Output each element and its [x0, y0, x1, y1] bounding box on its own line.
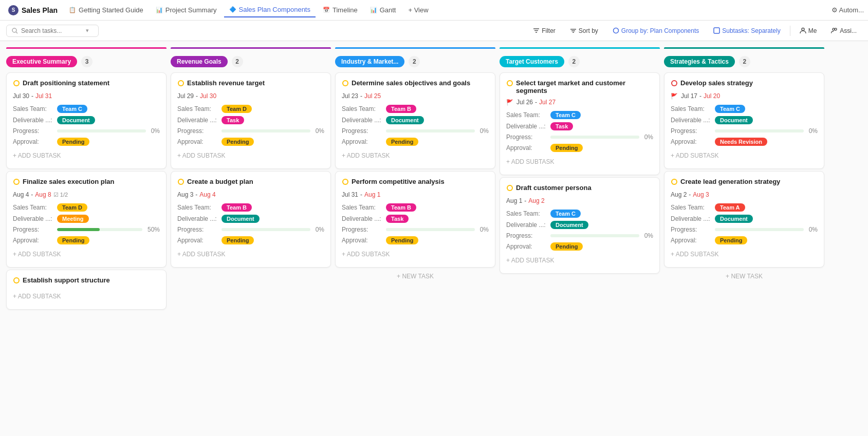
field-tag: Document [550, 221, 588, 229]
tab-icon: 📊 [370, 7, 377, 13]
progress-pct: 0% [480, 127, 489, 135]
tab-timeline[interactable]: 📅 Timeline [318, 3, 363, 17]
progress-row: Progress:0% [506, 134, 653, 141]
progress-pct: 0% [809, 127, 818, 135]
tab-label: Timeline [333, 6, 358, 14]
search-input[interactable] [21, 27, 83, 34]
assign-button[interactable]: Assi... [826, 25, 862, 36]
approval-tag: Pending [57, 138, 89, 146]
column-executive-summary: Executive Summary3Draft positioning stat… [4, 47, 169, 430]
add-subtask-button[interactable]: + ADD SUBTASK [342, 248, 489, 261]
task-card[interactable]: Select target market and customer segmen… [500, 72, 660, 175]
field-row: Sales Team:Team B [177, 203, 324, 212]
task-card[interactable]: Finalize sales execution planAug 4 - Aug… [6, 171, 167, 268]
app-title: Sales Plan [22, 6, 58, 14]
field-row: Deliverable ...:Document [671, 215, 818, 223]
field-label: Sales Team: [342, 105, 383, 112]
card-title-text: Establish support structure [23, 276, 110, 284]
progress-bar-bg [221, 228, 310, 231]
new-task-button[interactable]: + NEW TASK [335, 270, 495, 283]
sort-button[interactable]: Sort by [565, 25, 603, 36]
tab-label: Getting Started Guide [79, 6, 143, 14]
col-label: Strategies & Tactics [664, 56, 735, 67]
task-card[interactable]: Develop sales strategy🚩Jul 17 - Jul 20Sa… [664, 72, 824, 169]
card-title-text: Create a budget plan [187, 178, 253, 185]
add-subtask-button[interactable]: + ADD SUBTASK [506, 254, 653, 267]
task-card[interactable]: Draft customer personaAug 1 - Aug 2Sales… [500, 177, 660, 274]
task-card[interactable]: Perform competitive analysisJul 31 - Aug… [335, 171, 495, 268]
progress-label: Progress: [671, 127, 712, 135]
col-header: Revenue Goals2 [171, 53, 331, 72]
add-subtask-button[interactable]: + ADD SUBTASK [13, 248, 160, 261]
date-separator: - [195, 191, 197, 198]
subtasks-label: Subtasks: Separately [722, 27, 780, 34]
task-card[interactable]: Establish support structure+ ADD SUBTASK [6, 270, 167, 310]
field-label: Deliverable ...: [342, 215, 383, 222]
add-subtask-button[interactable]: + ADD SUBTASK [671, 149, 818, 162]
progress-label: Progress: [506, 232, 547, 239]
task-card[interactable]: Establish revenue targetJul 29 - Jul 30S… [171, 72, 331, 169]
progress-row: Progress:0% [13, 127, 160, 135]
col-count: 2 [409, 56, 420, 67]
app-logo: S Sales Plan [4, 5, 62, 15]
card-title-text: Select target market and customer segmen… [516, 79, 653, 94]
subtasks-button[interactable]: Subtasks: Separately [708, 25, 785, 36]
task-card[interactable]: Create lead generation strategyAug 2 - A… [664, 171, 824, 268]
date-row: Aug 3 - Aug 4 [177, 191, 324, 198]
field-label: Sales Team: [506, 210, 547, 217]
date-end: Jul 30 [200, 92, 216, 100]
tab-sales-plan-components[interactable]: 🔷 Sales Plan Components [224, 3, 316, 17]
add-subtask-button[interactable]: + ADD SUBTASK [13, 290, 160, 303]
tab-label: Sales Plan Components [239, 6, 310, 13]
add-subtask-button[interactable]: + ADD SUBTASK [177, 248, 324, 261]
task-card[interactable]: Determine sales objectives and goalsJul … [335, 72, 495, 169]
add-subtask-button[interactable]: + ADD SUBTASK [13, 149, 160, 162]
tab-view-add[interactable]: + View [403, 3, 433, 17]
add-subtask-button[interactable]: + ADD SUBTASK [342, 149, 489, 162]
add-subtask-button[interactable]: + ADD SUBTASK [671, 248, 818, 261]
progress-label: Progress: [13, 127, 54, 135]
approval-label: Approval: [671, 138, 712, 145]
add-subtask-button[interactable]: + ADD SUBTASK [506, 155, 653, 168]
field-tag: Team C [550, 210, 581, 218]
field-label: Deliverable ...: [671, 215, 712, 222]
tab-getting-started[interactable]: 📋 Getting Started Guide [64, 3, 149, 17]
date-row: Aug 4 - Aug 8 ☑ 1/2 [13, 191, 160, 198]
progress-bar-bg [550, 136, 639, 139]
card-title: Select target market and customer segmen… [506, 79, 653, 94]
date-start: Jul 30 [13, 92, 29, 100]
progress-row: Progress:0% [342, 226, 489, 233]
date-row: Jul 31 - Aug 1 [342, 191, 489, 198]
search-dropdown[interactable]: ▾ [86, 27, 89, 34]
date-start: Jul 17 [681, 92, 697, 100]
date-start: Jul 23 [342, 92, 358, 100]
field-row: Deliverable ...:Document [506, 221, 653, 229]
date-separator: - [31, 92, 33, 100]
column-industry-market: Industry & Market...2Determine sales obj… [333, 47, 497, 430]
progress-bar-bg [221, 129, 310, 132]
svg-point-9 [835, 28, 837, 30]
field-label: Sales Team: [342, 204, 383, 211]
field-row: Deliverable ...:Task [506, 122, 653, 130]
filter-button[interactable]: Filter [528, 25, 561, 36]
date-end: Jul 27 [539, 99, 556, 106]
search-box[interactable]: ▾ [6, 25, 99, 37]
new-task-button[interactable]: + NEW TASK [664, 270, 824, 283]
task-card[interactable]: Draft positioning statementJul 30 - Jul … [6, 72, 167, 169]
field-tag: Document [715, 215, 753, 223]
add-subtask-button[interactable]: + ADD SUBTASK [177, 149, 324, 162]
field-label: Sales Team: [177, 204, 218, 211]
tab-gantt[interactable]: 📊 Gantt [365, 3, 401, 17]
field-label: Deliverable ...: [13, 215, 54, 222]
status-icon [671, 80, 678, 88]
task-card[interactable]: Create a budget planAug 3 - Aug 4Sales T… [171, 171, 331, 268]
progress-pct: 0% [644, 232, 653, 239]
date-start: Aug 1 [506, 197, 522, 204]
group-button[interactable]: Group by: Plan Components [607, 25, 704, 36]
tab-project-summary[interactable]: 📊 Project Summary [151, 3, 222, 17]
approval-row: Approval:Pending [506, 242, 653, 251]
date-row: Jul 30 - Jul 31 [13, 92, 160, 100]
col-count: 2 [739, 56, 750, 67]
sort-label: Sort by [579, 27, 598, 34]
me-button[interactable]: Me [795, 25, 822, 36]
